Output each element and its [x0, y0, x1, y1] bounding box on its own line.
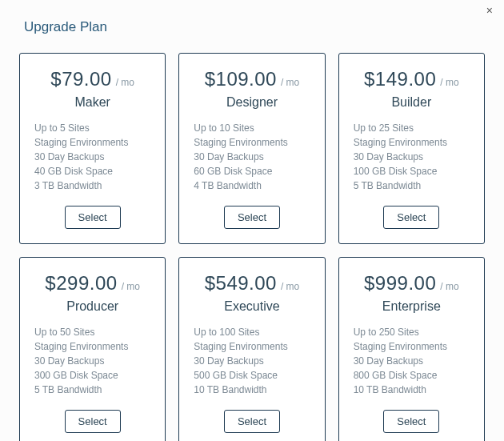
feature-item: Up to 100 Sites: [194, 325, 313, 339]
plan-features: Up to 250 Sites Staging Environments 30 …: [350, 325, 473, 397]
plan-name: Executive: [224, 299, 279, 314]
select-button[interactable]: Select: [65, 206, 121, 229]
per-month-label: / mo: [281, 281, 299, 292]
feature-item: Up to 10 Sites: [194, 121, 313, 135]
close-icon[interactable]: ×: [486, 5, 493, 16]
feature-item: 30 Day Backups: [194, 354, 313, 368]
feature-item: 60 GB Disk Space: [194, 164, 313, 178]
plan-features: Up to 10 Sites Staging Environments 30 D…: [190, 121, 313, 193]
plan-name: Producer: [66, 299, 118, 314]
plan-price: $299.00: [45, 272, 117, 295]
feature-item: Staging Environments: [34, 339, 154, 354]
feature-item: 10 TB Bandwidth: [354, 383, 473, 397]
plan-card-builder: $149.00 / mo Builder Up to 25 Sites Stag…: [338, 53, 485, 244]
price-row: $109.00 / mo: [205, 68, 300, 90]
feature-item: Up to 50 Sites: [34, 325, 154, 339]
plan-card-executive: $549.00 / mo Executive Up to 100 Sites S…: [178, 257, 325, 441]
plan-features: Up to 50 Sites Staging Environments 30 D…: [31, 325, 154, 397]
feature-item: 5 TB Bandwidth: [34, 383, 154, 397]
feature-item: Up to 5 Sites: [34, 121, 154, 135]
feature-item: Staging Environments: [194, 135, 313, 150]
plan-card-designer: $109.00 / mo Designer Up to 10 Sites Sta…: [178, 53, 325, 244]
plan-name: Designer: [226, 95, 278, 110]
select-button[interactable]: Select: [224, 206, 280, 229]
feature-item: 300 GB Disk Space: [34, 368, 154, 383]
feature-item: 5 TB Bandwidth: [354, 178, 473, 193]
feature-item: 3 TB Bandwidth: [34, 178, 154, 193]
feature-item: Staging Environments: [194, 339, 313, 354]
page-title: Upgrade Plan: [0, 0, 504, 35]
feature-item: Staging Environments: [34, 135, 154, 150]
feature-item: 500 GB Disk Space: [194, 368, 313, 383]
feature-item: 40 GB Disk Space: [34, 164, 154, 178]
per-month-label: / mo: [440, 281, 458, 292]
feature-item: 30 Day Backups: [194, 150, 313, 164]
plan-card-producer: $299.00 / mo Producer Up to 50 Sites Sta…: [19, 257, 166, 441]
plan-features: Up to 5 Sites Staging Environments 30 Da…: [31, 121, 154, 193]
price-row: $549.00 / mo: [205, 272, 300, 295]
select-button[interactable]: Select: [224, 410, 280, 433]
plans-grid: $79.00 / mo Maker Up to 5 Sites Staging …: [0, 35, 504, 441]
plan-price: $79.00: [50, 68, 111, 90]
feature-item: 800 GB Disk Space: [354, 368, 473, 383]
feature-item: 30 Day Backups: [354, 354, 473, 368]
plan-name: Builder: [391, 95, 431, 110]
per-month-label: / mo: [122, 281, 140, 292]
plan-price: $109.00: [205, 68, 277, 90]
select-button[interactable]: Select: [65, 410, 121, 433]
plan-name: Maker: [74, 95, 110, 110]
feature-item: 100 GB Disk Space: [354, 164, 473, 178]
plan-features: Up to 25 Sites Staging Environments 30 D…: [350, 121, 473, 193]
price-row: $149.00 / mo: [364, 68, 459, 90]
feature-item: 10 TB Bandwidth: [194, 383, 313, 397]
feature-item: 30 Day Backups: [34, 150, 154, 164]
feature-item: Up to 25 Sites: [354, 121, 473, 135]
select-button[interactable]: Select: [383, 410, 439, 433]
price-row: $79.00 / mo: [50, 68, 134, 90]
select-button[interactable]: Select: [383, 206, 439, 229]
per-month-label: / mo: [440, 77, 458, 88]
plan-name: Enterprise: [382, 299, 441, 314]
plan-card-maker: $79.00 / mo Maker Up to 5 Sites Staging …: [19, 53, 166, 244]
plan-price: $999.00: [364, 272, 436, 295]
plan-price: $149.00: [364, 68, 436, 90]
plan-features: Up to 100 Sites Staging Environments 30 …: [190, 325, 313, 397]
feature-item: Up to 250 Sites: [354, 325, 473, 339]
plan-price: $549.00: [205, 272, 277, 295]
feature-item: Staging Environments: [354, 339, 473, 354]
price-row: $999.00 / mo: [364, 272, 459, 295]
feature-item: 30 Day Backups: [354, 150, 473, 164]
feature-item: Staging Environments: [354, 135, 473, 150]
per-month-label: / mo: [116, 77, 134, 88]
plan-card-enterprise: $999.00 / mo Enterprise Up to 250 Sites …: [338, 257, 485, 441]
feature-item: 30 Day Backups: [34, 354, 154, 368]
price-row: $299.00 / mo: [45, 272, 140, 295]
feature-item: 4 TB Bandwidth: [194, 178, 313, 193]
per-month-label: / mo: [281, 77, 299, 88]
